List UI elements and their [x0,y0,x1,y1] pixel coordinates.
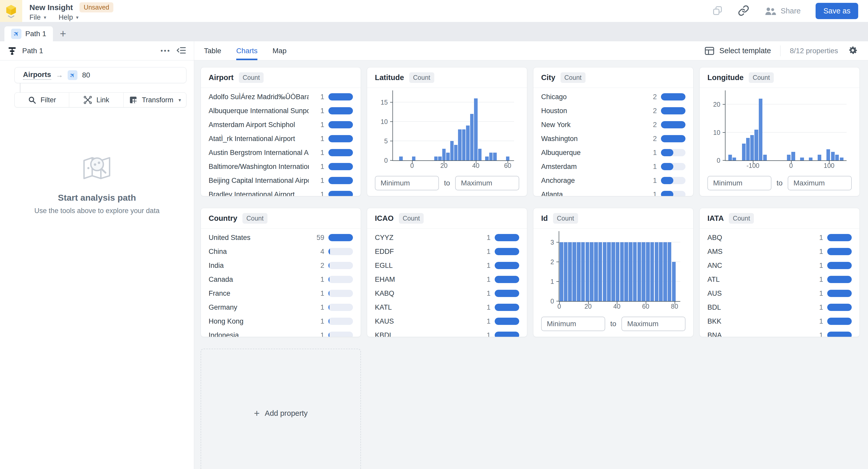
filter-tool-button[interactable]: Filter [15,93,69,107]
minimum-input[interactable] [541,317,605,331]
histogram-bar[interactable] [650,242,654,301]
tab-table[interactable]: Table [204,41,221,60]
histogram-bar[interactable] [809,157,812,160]
more-options-icon[interactable]: ••• [161,47,170,55]
histogram-bar[interactable] [759,99,763,160]
list-item[interactable]: Albuquerque International Sunport Ai…1 [201,104,361,118]
histogram-bar[interactable] [754,130,758,160]
histogram-bar[interactable] [818,155,821,160]
list-item[interactable]: United States59 [201,231,361,244]
histogram-bar[interactable] [470,114,473,160]
list-item[interactable]: Baltimore/Washington International T…1 [201,159,361,174]
file-menu[interactable]: File ▾ [29,13,46,22]
list-item[interactable]: Atlanta1 [533,187,693,196]
histogram-bar[interactable] [629,242,632,301]
histogram-bar[interactable] [672,262,676,301]
histogram-bar[interactable] [603,242,607,301]
histogram-bar[interactable] [399,156,403,160]
histogram-bar[interactable] [800,157,804,160]
list-item[interactable]: Houston2 [533,104,693,118]
list-item[interactable]: BKK1 [700,314,860,328]
histogram-bar[interactable] [624,242,628,301]
histogram-bar[interactable] [450,141,454,160]
list-item[interactable]: Bradley International Airport1 [201,187,361,196]
histogram-bar[interactable] [586,242,589,301]
list-item[interactable]: EGLL1 [367,259,527,272]
properties-count[interactable]: 8/12 properties [790,47,838,55]
histogram-bar[interactable] [506,156,509,160]
list-item[interactable]: CYYZ1 [367,231,527,244]
list-item[interactable]: Indonesia1 [201,328,361,337]
histogram-bar[interactable] [454,145,458,160]
histogram-bar[interactable] [458,129,461,160]
maximum-input[interactable] [621,317,685,331]
histogram-bar[interactable] [462,129,465,160]
list-item[interactable]: AtatÌ_rk International Airport1 [201,132,361,146]
list-item[interactable]: KAUS1 [367,314,527,328]
histogram-bar[interactable] [559,242,563,301]
histogram-bar[interactable] [478,149,482,160]
list-item[interactable]: AUS1 [700,286,860,300]
histogram-bar[interactable] [750,135,754,160]
app-logo[interactable] [0,0,22,22]
list-item[interactable]: Amsterdam1 [533,159,693,174]
histogram-bar[interactable] [742,144,746,160]
collapse-panel-button[interactable] [176,46,186,56]
histogram-bar[interactable] [787,155,790,160]
minimum-input[interactable] [375,176,439,190]
histogram-bar[interactable] [668,242,672,301]
histogram-bar[interactable] [577,242,581,301]
histogram-bar[interactable] [607,242,611,301]
list-item[interactable]: BNA1 [700,328,860,337]
list-item[interactable]: Austin Bergstrom International Airport1 [201,146,361,159]
histogram-bar[interactable] [763,155,767,160]
histogram-bar[interactable] [616,242,620,301]
histogram-bar[interactable] [791,152,795,160]
histogram-bar[interactable] [590,242,594,301]
histogram-bar[interactable] [493,153,496,160]
maximum-input[interactable] [788,176,852,190]
histogram-bar[interactable] [642,242,646,301]
histogram-bar[interactable] [633,242,637,301]
histogram-bar[interactable] [733,157,736,160]
histogram-bar[interactable] [412,156,415,160]
histogram-bar[interactable] [598,242,602,301]
duplicate-button[interactable] [712,5,723,17]
list-item[interactable]: ABQ1 [700,231,860,244]
histogram-bar[interactable] [572,242,576,301]
tab-map[interactable]: Map [272,41,286,60]
link-tool-button[interactable]: Link [69,93,124,107]
list-item[interactable]: AMS1 [700,244,860,259]
copy-link-button[interactable] [738,5,749,17]
share-button[interactable]: Share [764,6,801,16]
minimum-input[interactable] [707,176,771,190]
histogram-bar[interactable] [831,152,835,160]
add-property-card[interactable]: +Add property [200,349,361,469]
list-item[interactable]: Germany1 [201,300,361,314]
histogram-bar[interactable] [485,156,489,160]
histogram-bar[interactable] [446,153,450,160]
histogram-bar[interactable] [568,242,572,301]
tab-charts[interactable]: Charts [236,41,257,60]
histogram-bar[interactable] [840,157,843,160]
maximum-input[interactable] [455,176,519,190]
data-source-node[interactable]: Airports → ✈ 80 [14,67,186,83]
chart-settings-button[interactable] [847,45,858,57]
histogram-bar[interactable] [611,242,615,301]
histogram-bar[interactable] [489,153,493,160]
add-property-button[interactable]: +Add property [254,408,308,418]
histogram-bar[interactable] [564,242,568,301]
list-item[interactable]: ANC1 [700,259,860,272]
histogram-bar[interactable] [827,149,830,160]
dataset-name[interactable]: Airports [23,70,51,80]
save-as-button[interactable]: Save as [815,3,858,19]
histogram-bar[interactable] [835,155,839,160]
list-item[interactable]: BDL1 [700,300,860,314]
list-item[interactable]: ATL1 [700,272,860,286]
histogram-bar[interactable] [663,242,667,301]
list-item[interactable]: Washington2 [533,132,693,146]
list-item[interactable]: Chicago2 [533,90,693,104]
histogram-bar[interactable] [442,149,445,160]
list-item[interactable]: Canada1 [201,272,361,286]
add-tab-button[interactable]: + [53,26,73,41]
